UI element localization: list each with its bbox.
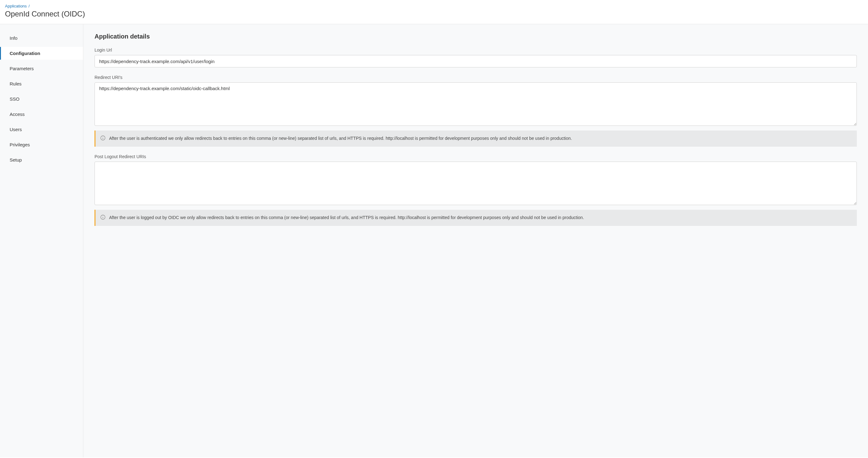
redirect-uris-info-callout: After the user is authenticated we only … xyxy=(94,131,857,146)
section-title: Application details xyxy=(94,33,857,40)
post-logout-redirect-uris-info-text: After the user is logged out by OIDC we … xyxy=(109,214,852,222)
page-title: OpenId Connect (OIDC) xyxy=(5,10,863,18)
post-logout-redirect-uris-label: Post Logout Redirect URIs xyxy=(94,154,857,159)
sidebar-item-configuration[interactable]: Configuration xyxy=(0,47,83,60)
sidebar-item-privileges[interactable]: Privileges xyxy=(0,138,83,151)
field-post-logout-redirect-uris: Post Logout Redirect URIs After the user… xyxy=(94,154,857,226)
post-logout-redirect-uris-textarea[interactable] xyxy=(94,162,857,205)
info-icon xyxy=(100,135,105,140)
header: Applications / OpenId Connect (OIDC) xyxy=(0,0,868,24)
breadcrumb-separator: / xyxy=(29,4,30,8)
sidebar-item-info[interactable]: Info xyxy=(0,32,83,44)
redirect-uris-label: Redirect URI's xyxy=(94,75,857,80)
post-logout-redirect-uris-info-callout: After the user is logged out by OIDC we … xyxy=(94,210,857,226)
sidebar-item-parameters[interactable]: Parameters xyxy=(0,62,83,75)
sidebar-item-sso[interactable]: SSO xyxy=(0,93,83,105)
login-url-label: Login Url xyxy=(94,47,857,53)
sidebar: Info Configuration Parameters Rules SSO … xyxy=(0,24,83,457)
redirect-uris-info-text: After the user is authenticated we only … xyxy=(109,135,852,142)
login-url-input[interactable] xyxy=(94,55,857,67)
field-redirect-uris: Redirect URI's After the user is authent… xyxy=(94,75,857,146)
sidebar-item-users[interactable]: Users xyxy=(0,123,83,136)
redirect-uris-textarea[interactable] xyxy=(94,83,857,126)
sidebar-item-access[interactable]: Access xyxy=(0,108,83,121)
info-icon xyxy=(100,215,105,220)
svg-point-5 xyxy=(102,216,103,216)
breadcrumb-parent-link[interactable]: Applications xyxy=(5,4,27,8)
svg-point-2 xyxy=(102,137,103,137)
breadcrumb: Applications / xyxy=(5,4,863,8)
field-login-url: Login Url xyxy=(94,47,857,67)
main-content: Application details Login Url Redirect U… xyxy=(83,24,868,457)
sidebar-item-setup[interactable]: Setup xyxy=(0,154,83,166)
sidebar-item-rules[interactable]: Rules xyxy=(0,77,83,90)
